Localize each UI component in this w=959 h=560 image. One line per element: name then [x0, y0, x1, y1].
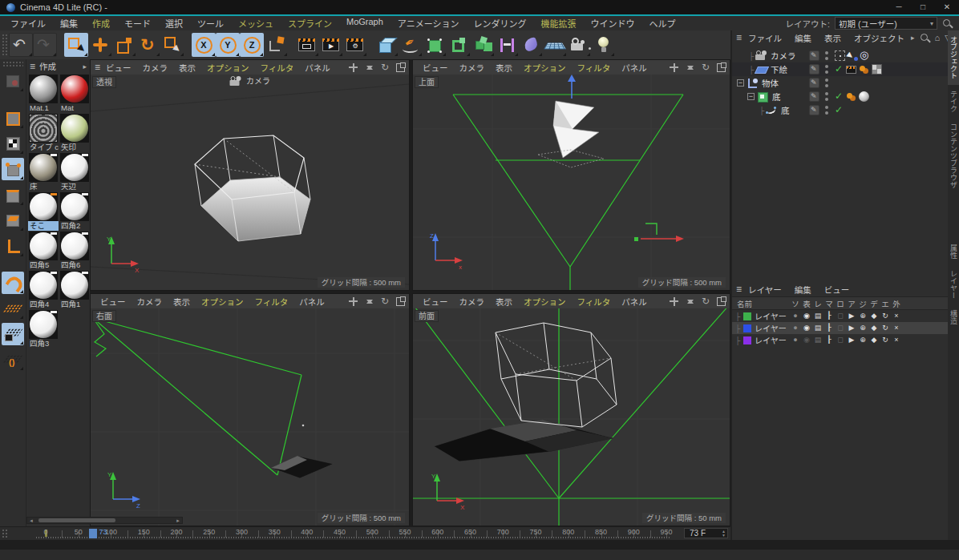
menu-item-ツール[interactable]: ツール	[190, 17, 231, 30]
clapperboard-tag-icon[interactable]	[846, 66, 856, 74]
mograph-button[interactable]	[495, 33, 519, 57]
current-frame-field[interactable]: 73 F ▲▼	[684, 528, 728, 538]
om-menu-編集[interactable]: 編集	[788, 32, 818, 44]
material-item[interactable]: 矢印	[59, 114, 90, 152]
visible-toggle-icon[interactable]: ◉	[801, 334, 812, 346]
maximize-view-icon[interactable]	[396, 63, 405, 72]
material-thumbnail[interactable]	[29, 114, 58, 143]
om-menu-ファイル[interactable]: ファイル	[742, 32, 788, 44]
material-item[interactable]: 四角5	[28, 232, 59, 270]
deformers-toggle-icon[interactable]: ◆	[868, 310, 880, 322]
enabled-check-icon[interactable]	[835, 91, 844, 102]
lm-menu-ビュー[interactable]: ビュー	[818, 284, 856, 296]
tab-属性[interactable]: 属性	[948, 239, 959, 264]
edit-toggle-icon[interactable]	[809, 105, 819, 115]
viewport-menu-フィルタ[interactable]: フィルタ	[572, 62, 617, 74]
dolly-view-icon[interactable]	[364, 296, 374, 307]
live-selection-button[interactable]	[64, 33, 88, 57]
collapse-icon[interactable]: −	[747, 93, 755, 100]
floor-button[interactable]	[543, 33, 567, 57]
material-item[interactable]: そこ	[28, 192, 59, 231]
pan-view-icon[interactable]	[669, 296, 679, 307]
render-toggle-icon[interactable]: ▤	[812, 322, 823, 334]
camera-target-tag-icon[interactable]	[860, 50, 871, 61]
maximize-view-icon[interactable]	[717, 297, 726, 306]
viewport-menu-カメラ[interactable]: カメラ	[454, 296, 491, 308]
deformers-toggle-icon[interactable]: ◆	[868, 334, 880, 346]
menu-item-モード[interactable]: モード	[117, 17, 158, 30]
phong-tag-icon[interactable]	[859, 64, 869, 75]
om-menu-表示[interactable]: 表示	[818, 32, 848, 44]
material-label[interactable]: そこ	[28, 221, 59, 231]
menu-item-編集[interactable]: 編集	[53, 17, 85, 30]
material-item[interactable]: 天辺	[59, 153, 90, 191]
edge-mode-button[interactable]	[2, 183, 24, 206]
scroll-left-icon[interactable]: ◂	[27, 518, 35, 524]
visibility-dots-icon[interactable]	[822, 91, 832, 102]
search-icon[interactable]	[942, 18, 953, 29]
viewport-right-canvas[interactable]: Y Z 右面 グリッド間隔 : 500 mm	[91, 308, 409, 526]
menu-item-レンダリング[interactable]: レンダリング	[466, 17, 533, 30]
lock-workplane-button[interactable]	[2, 323, 24, 345]
spline-pen-button[interactable]	[399, 33, 423, 57]
menu-icon[interactable]: ≡	[30, 62, 35, 71]
material-label[interactable]: 四角2	[59, 221, 90, 231]
material-menu-title[interactable]: 作成	[39, 60, 56, 72]
rect-selection-button[interactable]	[160, 33, 184, 57]
model-mode-button[interactable]	[2, 107, 24, 129]
timeline[interactable]: 73 F ▲▼ 05010015020025030035040045050055…	[0, 526, 730, 540]
object-row-物体[interactable]: −物体	[732, 76, 948, 90]
viewport-menu-ビュー[interactable]: ビュー	[417, 62, 454, 74]
menu-item-ヘルプ[interactable]: ヘルプ	[641, 17, 682, 30]
coordinate-system-button[interactable]	[264, 33, 288, 57]
material-item[interactable]: 床	[28, 153, 59, 191]
mode-toolbar-grip[interactable]	[2, 61, 23, 67]
maximize-view-icon[interactable]	[717, 63, 726, 72]
polygon-mode-button[interactable]	[2, 209, 24, 232]
viewport-menu-フィルタ[interactable]: フィルタ	[572, 296, 617, 308]
material-label[interactable]: Mat.1	[28, 103, 59, 113]
enabled-check-icon[interactable]	[835, 64, 844, 75]
expressions-toggle-icon[interactable]: ↻	[880, 310, 891, 322]
material-thumbnail[interactable]	[29, 271, 58, 300]
menu-icon[interactable]: ≡	[736, 284, 742, 294]
generators-toggle-icon[interactable]: ⊕	[857, 322, 868, 334]
material-thumbnail[interactable]	[60, 153, 89, 182]
material-item[interactable]: タイプ c	[28, 114, 59, 152]
visibility-dots-icon[interactable]	[822, 78, 832, 88]
visibility-dots-icon[interactable]	[822, 105, 832, 115]
spinner-icon[interactable]: ▲▼	[722, 530, 727, 538]
expressions-toggle-icon[interactable]: ↻	[880, 334, 891, 346]
texture-tag-icon[interactable]	[872, 64, 882, 75]
subdivision-surface-button[interactable]	[423, 33, 447, 57]
material-thumbnail[interactable]	[60, 271, 89, 300]
render-settings-button[interactable]: ⚙	[343, 33, 367, 57]
expressions-toggle-icon[interactable]: ↻	[880, 322, 891, 334]
rotate-view-icon[interactable]	[701, 296, 711, 307]
camera-crosshair-tag-icon[interactable]	[835, 50, 845, 61]
material-label[interactable]: 四角6	[59, 260, 90, 270]
menu-item-ウインドウ[interactable]: ウインドウ	[583, 17, 641, 30]
viewport-menu-カメラ[interactable]: カメラ	[454, 62, 491, 74]
lock-toggle-icon[interactable]: ◻	[835, 310, 846, 322]
material-label[interactable]: 四角4	[28, 300, 59, 309]
rotate-view-icon[interactable]	[701, 62, 711, 73]
pan-view-icon[interactable]	[669, 62, 679, 73]
material-thumbnail[interactable]	[60, 192, 89, 221]
texture-mode-button[interactable]	[2, 132, 24, 155]
phong-tag-icon[interactable]	[846, 91, 856, 102]
lock-x-axis-button[interactable]: X	[192, 33, 216, 57]
material-item[interactable]: Mat.1	[28, 75, 59, 113]
horizontal-scrollbar[interactable]: ◂ ▸	[26, 517, 183, 524]
manager-toggle-icon[interactable]: ┠	[823, 310, 835, 322]
material-thumbnail[interactable]	[60, 232, 89, 260]
arrow-right-icon[interactable]: ▸	[83, 62, 87, 71]
snap-button[interactable]	[2, 272, 24, 294]
menu-item-アニメーション[interactable]: アニメーション	[390, 17, 467, 30]
viewport-menu-オプション[interactable]: オプション	[518, 62, 572, 74]
material-thumbnail[interactable]	[29, 310, 58, 339]
layer-row[interactable]: ├レイヤー●◉▤┠◻▶⊕◆↻×	[732, 310, 948, 322]
viewport-menu-カメラ[interactable]: カメラ	[132, 296, 168, 308]
material-item[interactable]: 四角3	[28, 310, 59, 348]
viewport-menu-ビュー[interactable]: ビュー	[100, 62, 137, 74]
